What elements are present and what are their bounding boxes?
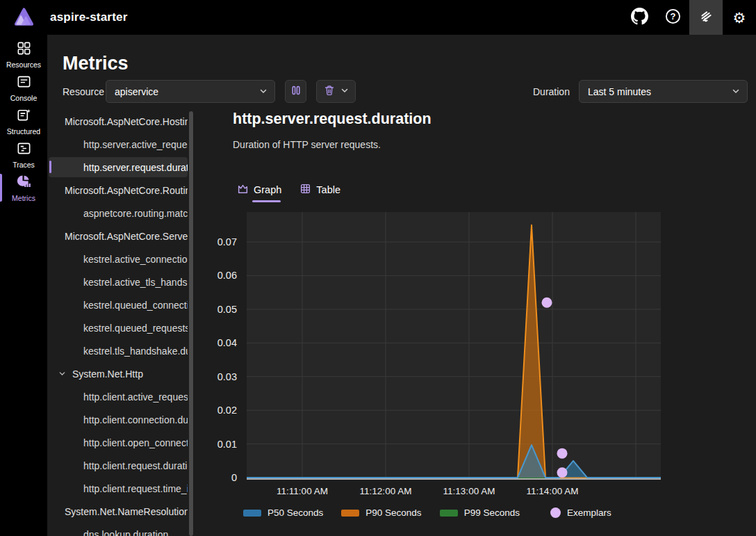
sidebar-item-structured[interactable]: Structured [0, 104, 47, 138]
legend-item-exemplars[interactable]: Exemplars [550, 507, 611, 518]
exemplar-point[interactable] [557, 448, 568, 459]
console-icon [16, 74, 32, 92]
top-bar: aspire-starter ? [0, 0, 756, 35]
legend-label: Exemplars [567, 507, 611, 518]
chevron-down-icon [732, 86, 740, 97]
tree-item-label: Microsoft.AspNetCore.Hosting [65, 116, 188, 127]
active-nav-indicator [0, 174, 2, 202]
tree-group-System.Net.NameResolution[interactable]: System.Net.NameResolution [49, 501, 188, 521]
page-title: Metrics [63, 53, 129, 74]
exemplar-point[interactable] [557, 467, 568, 478]
tab-graph[interactable]: Graph [237, 183, 281, 197]
top-bar-actions: ? ⚙ [623, 0, 756, 35]
y-tick-label: 0.04 [217, 337, 237, 348]
tree-item-label: http.server.active_requests [83, 139, 188, 150]
sidebar-item-label: Console [10, 94, 38, 102]
help-button[interactable]: ? [656, 0, 689, 35]
selected-indicator [49, 161, 51, 173]
svg-text:?: ? [670, 11, 675, 22]
trash-icon [324, 85, 335, 98]
chevron-down-icon [259, 86, 268, 97]
tree-metric-http.server.request.duration[interactable]: http.server.request.duration [49, 157, 188, 177]
sidebar-item-label: Structured [7, 127, 40, 136]
github-button[interactable] [623, 0, 656, 35]
resource-label: Resource [63, 80, 104, 103]
sidebar-item-metrics[interactable]: Metrics [0, 171, 47, 204]
tree-item-label: System.Net.NameResolution [65, 506, 188, 517]
legend-swatch [440, 510, 458, 517]
metrics-icon [15, 173, 32, 193]
legend-label: P50 Seconds [268, 507, 323, 518]
traces-icon [16, 140, 32, 159]
legend-label: P90 Seconds [365, 507, 421, 518]
tree-item-label: Microsoft.AspNetCore.Routing [65, 185, 188, 196]
aspire-logo-icon [13, 6, 35, 31]
y-tick-label: 0.02 [217, 405, 237, 416]
x-tick-label: 11:11:00 AM [277, 486, 328, 496]
tree-item-label: http.server.request.duration [83, 162, 188, 173]
sidebar-item-traces[interactable]: Traces [0, 138, 47, 171]
duration-select[interactable]: Last 5 minutes [579, 80, 748, 103]
tree-item-label: dns.lookup.duration [83, 529, 168, 536]
legend-swatch [243, 510, 261, 517]
exemplar-point[interactable] [542, 298, 552, 308]
legend-item-P90 Seconds[interactable]: P90 Seconds [341, 507, 421, 518]
duration-select-value: Last 5 minutes [588, 86, 651, 97]
y-tick-label: 0.03 [217, 371, 237, 382]
structured-logs-icon [16, 107, 32, 126]
area-chart-icon [237, 183, 249, 197]
layers-icon [698, 8, 714, 27]
legend-label: P99 Seconds [464, 507, 520, 518]
tree-metric-http.server.active_requests[interactable]: http.server.active_requests [49, 134, 188, 154]
tree-group-Microsoft.AspNetCore.Hosting[interactable]: Microsoft.AspNetCore.Hosting [49, 111, 188, 131]
tab-graph-label: Graph [254, 184, 281, 195]
pause-icon [290, 85, 302, 98]
x-tick-label: 11:12:00 AM [360, 486, 412, 496]
github-icon [631, 8, 648, 27]
settings-button[interactable]: ⚙ [723, 0, 756, 35]
view-tabs: Graph Table [237, 183, 340, 197]
x-tick-label: 11:13:00 AM [443, 486, 495, 496]
y-tick-label: 0.07 [217, 236, 237, 247]
resource-select-value: apiservice [115, 86, 158, 97]
tab-table-label: Table [316, 184, 340, 195]
sidebar-item-console[interactable]: Console [0, 71, 47, 104]
x-tick-label: 11:14:00 AM [527, 486, 579, 496]
sidebar-item-label: Metrics [12, 194, 35, 202]
table-grid-icon [299, 183, 311, 197]
tab-table[interactable]: Table [299, 183, 340, 197]
gear-icon: ⚙ [733, 10, 746, 25]
legend-item-P99 Seconds[interactable]: P99 Seconds [440, 507, 520, 518]
plot-area [247, 212, 661, 478]
sidebar-item-resources[interactable]: Resources [0, 38, 47, 71]
tree-metric-dns.lookup.duration[interactable]: dns.lookup.duration [49, 524, 188, 536]
clear-metrics-split-button[interactable] [316, 80, 356, 103]
sidebar-item-label: Resources [6, 60, 41, 69]
tree-group-Microsoft.AspNetCore.Routing[interactable]: Microsoft.AspNetCore.Routing [49, 180, 188, 200]
y-tick-label: 0.06 [217, 270, 237, 281]
y-tick-label: 0 [231, 472, 237, 483]
launch-pane-button[interactable] [689, 0, 723, 35]
metric-title: http.server.request.duration [233, 111, 432, 128]
aspire-dashboard: aspire-starter ? [0, 0, 756, 536]
legend-item-P50 Seconds[interactable]: P50 Seconds [243, 507, 323, 518]
legend-exemplar-dot [550, 507, 561, 518]
metrics-chart[interactable]: 00.010.020.030.040.050.060.0711:11:00 AM… [0, 205, 756, 501]
help-icon: ? [664, 8, 682, 27]
y-tick-label: 0.05 [217, 304, 237, 315]
metric-description: Duration of HTTP server requests. [233, 139, 381, 150]
app-title: aspire-starter [50, 0, 127, 35]
resource-select[interactable]: apiservice [106, 80, 275, 103]
pause-metrics-button[interactable] [285, 80, 306, 103]
chart-legend: P50 SecondsP90 SecondsP99 SecondsExempla… [243, 507, 611, 518]
legend-swatch [341, 510, 359, 517]
active-tab-indicator [252, 200, 281, 202]
chevron-down-icon [340, 86, 349, 97]
duration-label: Duration [533, 80, 570, 103]
sidebar-item-label: Traces [13, 161, 35, 169]
y-tick-label: 0.01 [217, 439, 237, 450]
resources-grid-icon [16, 40, 32, 59]
